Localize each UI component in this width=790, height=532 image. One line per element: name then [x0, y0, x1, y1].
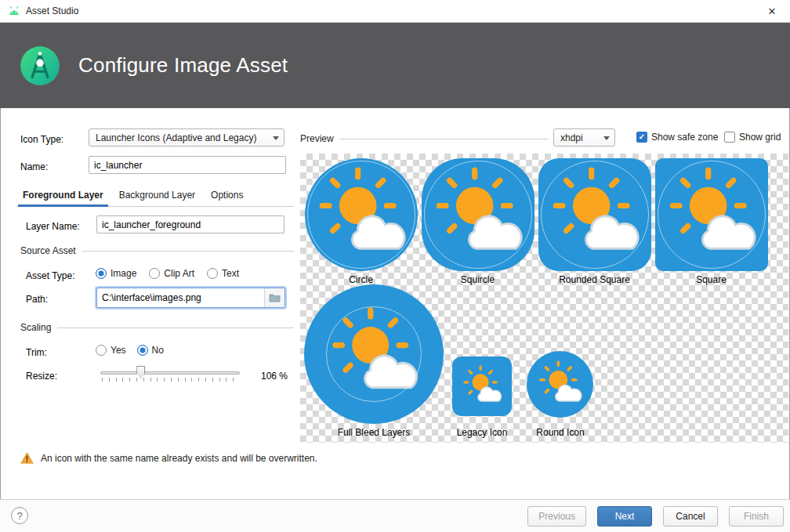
source-asset-label: Source Asset [20, 245, 76, 256]
show-safe-zone-checkbox[interactable]: ✓ Show safe zone [636, 132, 718, 143]
android-studio-logo-icon [20, 46, 60, 85]
preview-item-label: Squircle [461, 274, 495, 285]
checkbox-unchecked[interactable] [724, 132, 735, 143]
sun-cloud-icon [305, 158, 418, 271]
dialog-buttons: Previous Next Cancel Finish [527, 506, 784, 527]
radio-clip-art-dot[interactable] [149, 268, 160, 279]
launcher-icon-full-bleed [304, 284, 444, 424]
asset-type-radio-group: Image Clip Art Text [96, 268, 239, 279]
footer-bar: ? Previous Next Cancel Finish [0, 499, 790, 532]
sun-cloud-icon [422, 158, 535, 271]
previous-button[interactable]: Previous [527, 506, 586, 527]
tab-options[interactable]: Options [205, 186, 249, 206]
radio-text[interactable]: Text [207, 268, 239, 279]
radio-clip-art-label[interactable]: Clip Art [164, 268, 194, 279]
preview-panel: Circle Squircle Rounded Square [300, 154, 788, 443]
radio-image[interactable]: Image [96, 268, 136, 279]
chevron-down-icon [273, 136, 279, 143]
launcher-icon-rounded-square [538, 158, 651, 271]
slider-track [100, 371, 240, 375]
radio-image-label[interactable]: Image [111, 268, 136, 279]
preview-item: Rounded Square [538, 158, 651, 285]
path-field [96, 288, 285, 308]
radio-text-label[interactable]: Text [222, 268, 239, 279]
radio-clip-art[interactable]: Clip Art [149, 268, 194, 279]
titlebar: Asset Studio ✕ [0, 0, 790, 23]
preview-item-label: Rounded Square [559, 274, 630, 285]
radio-trim-yes[interactable]: Yes [96, 345, 126, 356]
path-input[interactable] [97, 288, 264, 307]
warning-triangle-icon [20, 452, 34, 464]
warning-message: An icon with the same name already exist… [20, 452, 317, 464]
adaptive-previews-row: Circle Squircle Rounded Square [304, 158, 768, 285]
page-title: Configure Image Asset [78, 53, 288, 78]
help-icon[interactable]: ? [11, 507, 28, 524]
show-grid-checkbox[interactable]: Show grid [724, 132, 781, 143]
asset-type-label: Asset Type: [26, 270, 74, 281]
resize-value: 106 % [261, 371, 288, 382]
path-label: Path: [26, 294, 48, 305]
density-dropdown[interactable]: xhdpi [553, 128, 615, 147]
launcher-icon-squircle [422, 158, 535, 271]
sun-cloud-icon [655, 158, 768, 271]
resize-label: Resize: [26, 371, 57, 382]
icon-type-dropdown[interactable]: Launcher Icons (Adaptive and Legacy) [89, 128, 284, 147]
preview-separator: Preview [300, 130, 548, 147]
preview-item: Circle [304, 158, 418, 285]
preview-item: Squircle [421, 158, 535, 285]
folder-icon [269, 293, 281, 302]
scaling-label: Scaling [20, 322, 51, 333]
layer-tabs: Foreground Layer Background Layer Option… [16, 186, 294, 207]
launcher-icon-circle [305, 158, 418, 271]
density-value: xhdpi [560, 132, 603, 143]
cancel-button[interactable]: Cancel [663, 506, 718, 527]
sun-cloud-icon [527, 351, 593, 418]
preview-label: Preview [300, 133, 334, 144]
preview-item-label: Full Bleed Layers [304, 427, 444, 438]
asset-studio-window: Asset Studio ✕ Configure Image Asset Ico… [0, 0, 790, 532]
preview-item: Square [654, 158, 768, 285]
preview-item-label: Square [696, 274, 727, 285]
layer-name-input[interactable] [96, 215, 284, 233]
tab-foreground-layer[interactable]: Foreground Layer [16, 186, 110, 206]
resize-slider-thumb[interactable] [136, 366, 145, 378]
sun-cloud-icon [538, 158, 651, 271]
radio-image-dot[interactable] [96, 268, 107, 279]
source-asset-separator: Source Asset [20, 245, 294, 256]
tab-background-layer[interactable]: Background Layer [113, 186, 201, 206]
wizard-header: Configure Image Asset [0, 23, 790, 108]
radio-trim-no-label[interactable]: No [152, 345, 164, 356]
finish-button[interactable]: Finish [729, 506, 784, 527]
scaling-separator: Scaling [20, 322, 294, 333]
radio-trim-no-dot[interactable] [137, 345, 148, 356]
browse-folder-button[interactable] [264, 288, 284, 307]
name-input[interactable] [89, 156, 286, 174]
name-label: Name: [20, 161, 48, 172]
show-safe-zone-label[interactable]: Show safe zone [651, 132, 718, 143]
warning-text: An icon with the same name already exist… [41, 453, 317, 464]
icon-type-value: Launcher Icons (Adaptive and Legacy) [96, 132, 273, 143]
launcher-icon-legacy [452, 356, 512, 416]
preview-item-label: Round Icon [506, 427, 615, 438]
window-title: Asset Studio [26, 5, 78, 16]
android-icon [8, 5, 20, 17]
sun-cloud-icon [304, 284, 444, 424]
trim-label: Trim: [26, 347, 47, 358]
preview-item-label: Circle [349, 274, 373, 285]
checkbox-check-icon[interactable]: ✓ [636, 132, 647, 143]
launcher-icon-round [527, 351, 593, 418]
radio-trim-yes-dot[interactable] [96, 345, 107, 356]
show-grid-label[interactable]: Show grid [739, 132, 781, 143]
radio-text-dot[interactable] [207, 268, 218, 279]
sun-cloud-icon [452, 356, 512, 416]
radio-trim-no[interactable]: No [137, 345, 164, 356]
layer-name-label: Layer Name: [26, 221, 80, 232]
chevron-down-icon [603, 136, 610, 143]
resize-slider[interactable] [100, 365, 240, 382]
launcher-icon-square [655, 158, 768, 271]
next-button[interactable]: Next [597, 506, 652, 527]
trim-radio-group: Yes No [96, 345, 164, 356]
icon-type-label: Icon Type: [20, 134, 63, 145]
close-icon[interactable]: ✕ [754, 0, 790, 22]
radio-trim-yes-label[interactable]: Yes [111, 345, 126, 356]
